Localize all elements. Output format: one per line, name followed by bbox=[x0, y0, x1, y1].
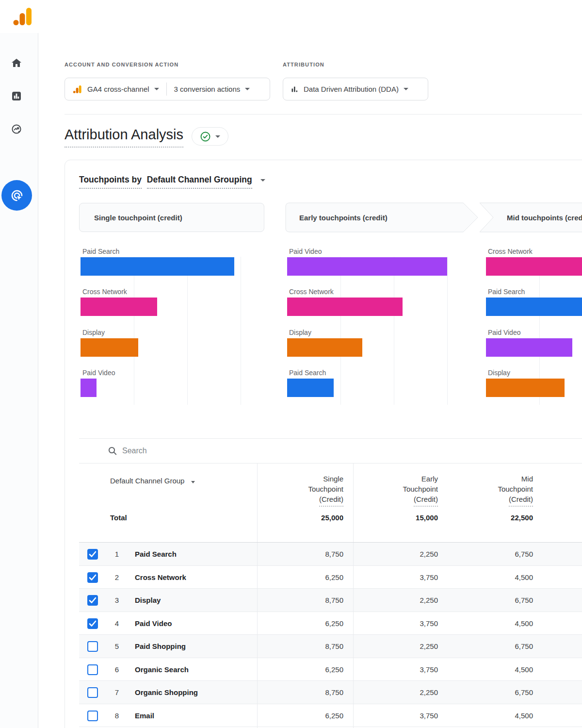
row-checkbox[interactable] bbox=[87, 618, 98, 629]
home-icon[interactable] bbox=[11, 57, 22, 69]
explore-icon[interactable] bbox=[11, 123, 22, 135]
chart-bar-label: Display bbox=[488, 369, 510, 377]
tab-early-touchpoints[interactable]: Early touchpoints (credit) bbox=[285, 202, 479, 232]
row-value: 6,250 bbox=[257, 665, 343, 674]
section-divider bbox=[65, 114, 582, 115]
subtitle-prefix: Touchpoints by bbox=[79, 175, 142, 189]
row-value: 6,750 bbox=[439, 688, 533, 696]
chart-gridline bbox=[134, 257, 134, 405]
row-value: 6,750 bbox=[439, 642, 533, 650]
search-icon bbox=[108, 446, 117, 458]
row-index: 1 bbox=[111, 550, 123, 558]
total-value: 15,000 bbox=[354, 513, 438, 522]
column-divider bbox=[257, 463, 258, 728]
chart-bar-label: Paid Video bbox=[82, 369, 115, 377]
row-value: 2,250 bbox=[354, 688, 438, 696]
row-checkbox[interactable] bbox=[87, 549, 98, 560]
metric-column-header[interactable]: EarlyTouchpoint(Credit) bbox=[354, 474, 438, 507]
chart-bar bbox=[486, 298, 582, 316]
pill-divider bbox=[166, 83, 167, 96]
table-row[interactable]: 4Paid Video6,2503,7504,500 bbox=[79, 612, 582, 635]
row-checkbox[interactable] bbox=[87, 595, 98, 606]
subtitle-dimension[interactable]: Default Channel Grouping bbox=[147, 175, 252, 189]
chart-bar bbox=[287, 379, 334, 397]
chevron-down-icon bbox=[245, 88, 250, 90]
table-row[interactable]: 2Cross Network6,2503,7504,500 bbox=[79, 566, 582, 589]
row-value: 4,500 bbox=[439, 573, 533, 581]
chevron-down-icon bbox=[191, 481, 195, 483]
table-row[interactable]: 3Display8,7502,2506,750 bbox=[79, 589, 582, 612]
chevron-down-icon bbox=[404, 88, 408, 90]
total-value: 25,000 bbox=[257, 513, 343, 522]
column-header-line: Touchpoint bbox=[354, 484, 438, 494]
row-value: 8,750 bbox=[257, 596, 343, 604]
dimension-header-label: Default Channel Group bbox=[110, 477, 184, 485]
column-header-line: Touchpoint bbox=[439, 484, 533, 494]
table-row[interactable]: 1Paid Search8,7502,2506,750 bbox=[79, 543, 582, 566]
advertising-icon-active[interactable] bbox=[1, 180, 32, 211]
reports-icon[interactable] bbox=[11, 90, 22, 102]
attribution-section-label: ATTRIBUTION bbox=[283, 62, 324, 67]
chart-bar bbox=[486, 338, 572, 357]
row-value: 3,750 bbox=[354, 711, 438, 720]
dimension-column-header[interactable]: Default Channel Group bbox=[110, 477, 195, 485]
column-header-credit: (Credit) bbox=[509, 494, 533, 507]
total-row-label: Total bbox=[110, 513, 127, 522]
table-row[interactable]: 8Email6,2503,7504,500 bbox=[79, 704, 582, 728]
column-header-line: Single bbox=[257, 474, 343, 484]
row-checkbox[interactable] bbox=[87, 664, 98, 675]
column-header-credit: (Credit) bbox=[414, 494, 438, 507]
chevron-down-icon bbox=[154, 88, 159, 90]
tab-mid-touchpoints[interactable]: Mid touchpoints (credit) bbox=[479, 202, 582, 232]
account-conversion-selector[interactable]: GA4 cross-channel 3 conversion actions bbox=[65, 78, 270, 100]
chart-bar bbox=[287, 257, 447, 276]
check-circle-icon bbox=[200, 131, 211, 142]
metric-column-header[interactable]: SingleTouchpoint(Credit) bbox=[257, 474, 343, 507]
row-index: 3 bbox=[111, 596, 123, 604]
chart-gridline bbox=[394, 257, 394, 405]
tab-single-touchpoint[interactable]: Single touchpoint (credit) bbox=[79, 203, 264, 232]
chart-bar-label: Display bbox=[82, 329, 105, 336]
table-row[interactable]: 5Paid Shopping8,7502,2506,750 bbox=[79, 635, 582, 658]
chart-bar bbox=[486, 257, 582, 276]
row-value: 2,250 bbox=[354, 596, 438, 604]
left-nav-rail bbox=[0, 33, 38, 728]
tab-label: Mid touchpoints (credit) bbox=[507, 214, 582, 222]
chart-bar bbox=[287, 298, 403, 316]
chart-bar bbox=[287, 338, 362, 357]
row-index: 6 bbox=[111, 665, 123, 674]
metric-column-header[interactable]: MidTouchpoint(Credit) bbox=[439, 474, 533, 507]
row-value: 2,250 bbox=[354, 642, 438, 650]
row-index: 4 bbox=[111, 619, 123, 628]
table-row[interactable]: 7Organic Shopping8,7502,2506,750 bbox=[79, 681, 582, 704]
chart-gridline bbox=[241, 257, 241, 405]
table-row[interactable]: 6Organic Search6,2503,7504,500 bbox=[79, 658, 582, 681]
row-checkbox[interactable] bbox=[87, 641, 98, 652]
chart-bar bbox=[81, 379, 97, 397]
row-value: 6,750 bbox=[439, 596, 533, 604]
search-input[interactable] bbox=[122, 440, 394, 462]
tab-label: Single touchpoint (credit) bbox=[94, 214, 182, 222]
row-checkbox[interactable] bbox=[87, 687, 98, 698]
page-title: Attribution Analysis bbox=[65, 127, 183, 148]
table-top-divider bbox=[79, 438, 582, 439]
tab-label: Early touchpoints (credit) bbox=[299, 214, 388, 222]
column-header-credit: (Credit) bbox=[319, 494, 343, 507]
row-value: 3,750 bbox=[354, 665, 438, 674]
row-value: 8,750 bbox=[257, 688, 343, 696]
chart-bar-label: Cross Network bbox=[289, 288, 334, 296]
chevron-down-icon bbox=[215, 135, 220, 138]
row-value: 4,500 bbox=[439, 619, 533, 628]
header-bottom-border bbox=[79, 542, 582, 543]
row-checkbox[interactable] bbox=[87, 572, 98, 583]
chart-subtitle[interactable]: Touchpoints by Default Channel Grouping bbox=[79, 175, 265, 185]
row-checkbox[interactable] bbox=[87, 711, 98, 721]
report-status-badge[interactable] bbox=[192, 127, 228, 146]
attribution-model-selector[interactable]: Data Driven Attribution (DDA) bbox=[283, 78, 428, 100]
chart-bar-label: Paid Search bbox=[82, 248, 119, 255]
row-value: 4,500 bbox=[439, 711, 533, 720]
chart-bar-label: Cross Network bbox=[488, 248, 533, 255]
row-value: 6,750 bbox=[439, 550, 533, 558]
row-value: 8,750 bbox=[257, 550, 343, 558]
chart-bar-label: Display bbox=[289, 329, 311, 336]
